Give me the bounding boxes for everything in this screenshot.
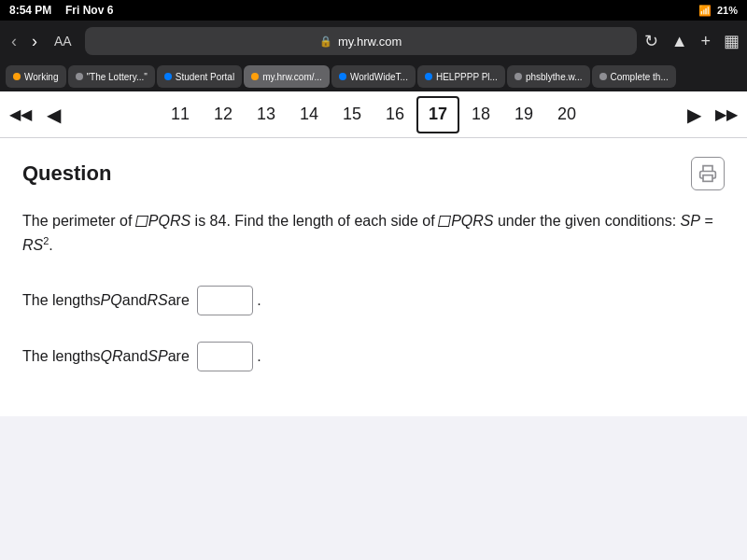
tab-dot bbox=[514, 73, 522, 80]
row1-mid: and bbox=[122, 292, 148, 309]
page-17[interactable]: 17 bbox=[416, 96, 459, 133]
page-13[interactable]: 13 bbox=[245, 96, 288, 133]
date: Fri Nov 6 bbox=[65, 4, 113, 17]
refresh-button[interactable]: ↻ bbox=[644, 31, 658, 51]
tab-complete[interactable]: Complete th... bbox=[592, 65, 676, 88]
back-button[interactable]: ‹ bbox=[7, 32, 21, 51]
page-16[interactable]: 16 bbox=[374, 96, 416, 133]
question-title: Question bbox=[22, 161, 111, 186]
row1-suffix: are bbox=[168, 292, 190, 309]
row2-var2: SP bbox=[148, 348, 167, 365]
parallelogram-symbol-1 bbox=[135, 216, 148, 227]
forward-button[interactable]: › bbox=[28, 32, 41, 51]
row2-period: . bbox=[257, 348, 261, 365]
battery: 21% bbox=[717, 5, 738, 16]
row2-mid: and bbox=[123, 348, 148, 365]
parallelogram-symbol-2 bbox=[438, 216, 451, 227]
tab-helpppp[interactable]: HELPPPP Pl... bbox=[417, 65, 505, 88]
row2-suffix: are bbox=[168, 348, 190, 365]
address-bar[interactable]: 🔒 my.hrw.com bbox=[85, 27, 637, 55]
tab-dot bbox=[425, 73, 432, 80]
svg-rect-0 bbox=[703, 175, 712, 182]
problem-statement: The perimeter of PQRS is 84. Find the le… bbox=[22, 209, 725, 258]
add-tab-button[interactable]: + bbox=[700, 32, 711, 51]
prev-page-button[interactable]: ◀ bbox=[37, 96, 69, 133]
question-content: Question The perimeter of PQRS is 84. Fi… bbox=[0, 138, 747, 416]
answer-input-pq-rs[interactable] bbox=[197, 286, 253, 315]
tab-working[interactable]: Working bbox=[6, 65, 66, 88]
time: 8:54 PM bbox=[9, 4, 51, 17]
row1-period: . bbox=[257, 292, 261, 309]
tab-dot bbox=[339, 73, 346, 80]
page-19[interactable]: 19 bbox=[502, 96, 545, 133]
page-11[interactable]: 11 bbox=[159, 96, 202, 133]
wifi-icon: 📶 bbox=[698, 5, 712, 17]
browser-toolbar: ‹ › AA 🔒 my.hrw.com ↻ ▲ + ▦ bbox=[0, 21, 747, 62]
page-15[interactable]: 15 bbox=[331, 96, 374, 133]
answer-input-qr-sp[interactable] bbox=[197, 342, 253, 371]
next-page-button[interactable]: ▶ bbox=[678, 96, 710, 133]
tab-dot bbox=[251, 73, 259, 80]
answer-row-2: The lengths QR and SP are . bbox=[22, 342, 725, 371]
row1-var1: PQ bbox=[101, 292, 122, 309]
row1-var2: RS bbox=[147, 292, 167, 309]
page-numbers: 11 12 13 14 15 16 17 18 19 20 bbox=[69, 96, 678, 133]
tab-dot bbox=[599, 73, 607, 80]
status-bar: 8:54 PM Fri Nov 6 📶 21% bbox=[0, 0, 747, 21]
page-14[interactable]: 14 bbox=[288, 96, 331, 133]
row2-var1: QR bbox=[101, 348, 123, 365]
share-button[interactable]: ▲ bbox=[671, 32, 688, 51]
print-button[interactable] bbox=[691, 157, 725, 190]
question-header: Question bbox=[22, 157, 725, 190]
lock-icon: 🔒 bbox=[319, 35, 332, 48]
reader-mode-button[interactable]: AA bbox=[49, 34, 78, 49]
url-text: my.hrw.com bbox=[338, 35, 402, 49]
tab-phsblythe[interactable]: phsblythe.w... bbox=[507, 65, 590, 88]
tab-myhrw[interactable]: my.hrw.com/... bbox=[244, 65, 330, 88]
page-20[interactable]: 20 bbox=[545, 96, 588, 133]
tab-dot bbox=[76, 73, 83, 80]
tab-student-portal[interactable]: Student Portal bbox=[157, 65, 242, 88]
toolbar-actions: ↻ ▲ + ▦ bbox=[644, 31, 740, 51]
tab-dot bbox=[164, 73, 172, 80]
last-page-button[interactable]: ▶▶ bbox=[710, 96, 743, 133]
answer-row-1: The lengths PQ and RS are . bbox=[22, 286, 725, 315]
tab-dot bbox=[13, 73, 21, 80]
page-navigation: ◀◀ ◀ 11 12 13 14 15 16 17 18 19 20 ▶ ▶▶ bbox=[0, 91, 747, 138]
row2-prefix: The lengths bbox=[22, 348, 101, 365]
row1-prefix: The lengths bbox=[22, 292, 101, 309]
tabs-button[interactable]: ▦ bbox=[724, 31, 740, 51]
first-page-button[interactable]: ◀◀ bbox=[4, 96, 37, 133]
page-12[interactable]: 12 bbox=[202, 96, 245, 133]
page-18[interactable]: 18 bbox=[459, 96, 502, 133]
tabs-bar: Working "The Lottery..." Student Portal … bbox=[0, 62, 747, 91]
tab-lottery[interactable]: "The Lottery..." bbox=[68, 65, 155, 88]
tab-worldwidet[interactable]: WorldWideT... bbox=[331, 65, 416, 88]
